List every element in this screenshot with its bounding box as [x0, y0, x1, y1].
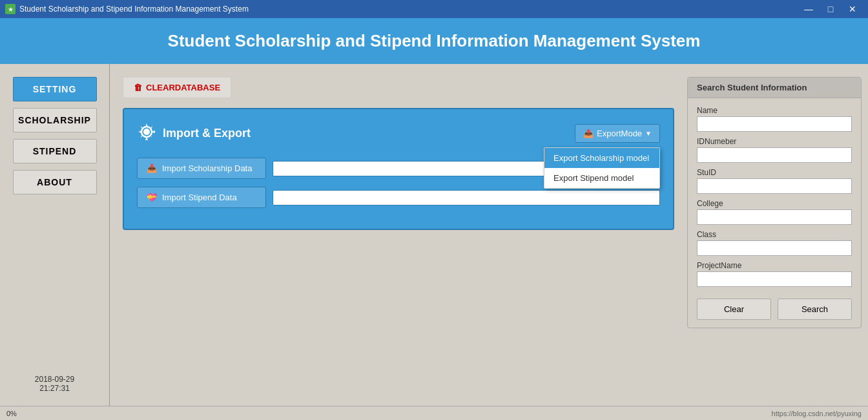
window-controls: — □ ✕: [798, 3, 863, 16]
sidebar-datetime: 2018-09-29 21:27:31: [35, 375, 74, 393]
import-stipend-progress: [273, 190, 660, 205]
export-mode-button[interactable]: 📤 ExportMode: [575, 124, 660, 143]
stuid-field-group: StuID: [697, 168, 852, 194]
main-area: SETTING SCHOLARSHIP STIPEND ABOUT 2018-0…: [0, 64, 868, 406]
idnumber-field-group: IDNumeber: [697, 137, 852, 163]
import-export-title: Import & Export: [137, 122, 251, 145]
college-field-group: College: [697, 199, 852, 225]
import-stipend-icon: 💝: [147, 193, 157, 202]
app-title: Student Scholarship and Stipend Informat…: [168, 31, 701, 50]
sidebar-item-stipend[interactable]: STIPEND: [13, 139, 97, 163]
import-export-label: Import & Export: [163, 127, 251, 140]
stuid-input[interactable]: [697, 178, 852, 194]
settings-icon: [137, 122, 156, 145]
maximize-button[interactable]: □: [820, 3, 841, 16]
import-export-box: Import & Export 📤 ExportMode Export Scho…: [123, 108, 674, 230]
class-label: Class: [697, 230, 852, 239]
projectname-input[interactable]: [697, 271, 852, 287]
projectname-field-group: ProjectName: [697, 261, 852, 287]
import-stipend-label: Import Stipend Data: [162, 193, 237, 202]
search-buttons-group: Clear Search: [697, 299, 852, 320]
search-panel: Search Student Information Name IDNumebe…: [687, 77, 862, 328]
search-panel-body: Name IDNumeber StuID College Class: [688, 98, 861, 328]
date-display: 2018-09-29: [35, 375, 74, 384]
search-panel-title: Search Student Information: [697, 83, 807, 92]
name-label: Name: [697, 106, 852, 115]
import-export-header: Import & Export 📤 ExportMode Export Scho…: [137, 122, 660, 145]
search-panel-header: Search Student Information: [688, 78, 861, 98]
progress-label: 0%: [6, 410, 17, 417]
projectname-label: ProjectName: [697, 261, 852, 270]
clear-button[interactable]: Clear: [697, 299, 771, 320]
import-scholarship-label: Import Scholarship Data: [162, 163, 252, 173]
app-icon: ★: [5, 4, 16, 14]
clear-db-label: CLEARDATABASE: [146, 83, 220, 92]
svg-point-2: [144, 129, 149, 134]
title-bar: ★ Student Scholarship and Stipend Inform…: [0, 0, 868, 18]
college-input[interactable]: [697, 209, 852, 225]
export-stipend-item[interactable]: Export Stipend model: [544, 168, 659, 188]
college-label: College: [697, 199, 852, 208]
class-field-group: Class: [697, 230, 852, 256]
class-input[interactable]: [697, 240, 852, 256]
stuid-label: StuID: [697, 168, 852, 177]
import-stipend-button[interactable]: 💝 Import Stipend Data: [137, 187, 266, 208]
export-icon: 📤: [583, 129, 594, 138]
sidebar-item-setting[interactable]: SETTING: [13, 77, 97, 101]
export-mode-label: ExportMode: [597, 129, 642, 138]
import-scholarship-icon: 📥: [147, 163, 157, 173]
sidebar-item-about[interactable]: ABOUT: [13, 170, 97, 194]
clear-database-button[interactable]: 🗑 CLEARDATABASE: [123, 77, 231, 98]
status-bar: 0% https://blog.csdn.net/pyuxing: [0, 406, 868, 420]
app-header: Student Scholarship and Stipend Informat…: [0, 18, 868, 64]
idnumber-input[interactable]: [697, 147, 852, 163]
content-area: 🗑 CLEARDATABASE Import & Export: [110, 64, 687, 406]
search-button[interactable]: Search: [778, 299, 852, 320]
name-field-group: Name: [697, 106, 852, 132]
idnumber-label: IDNumeber: [697, 137, 852, 146]
trash-icon: 🗑: [134, 83, 142, 92]
export-mode-wrapper: 📤 ExportMode Export Scholarship model Ex…: [575, 124, 660, 143]
sidebar-item-scholarship[interactable]: SCHOLARSHIP: [13, 108, 97, 132]
right-panel-wrapper: Search Student Information Name IDNumebe…: [687, 64, 868, 406]
export-scholarship-item[interactable]: Export Scholarship model: [544, 148, 659, 168]
import-scholarship-button[interactable]: 📥 Import Scholarship Data: [137, 158, 266, 179]
import-stipend-row: 💝 Import Stipend Data: [137, 187, 660, 208]
minimize-button[interactable]: —: [798, 3, 819, 16]
export-dropdown-menu: Export Scholarship model Export Stipend …: [544, 147, 660, 189]
sidebar: SETTING SCHOLARSHIP STIPEND ABOUT 2018-0…: [0, 64, 110, 406]
status-url: https://blog.csdn.net/pyuxing: [772, 410, 862, 417]
name-input[interactable]: [697, 116, 852, 132]
close-button[interactable]: ✕: [842, 3, 863, 16]
window-title: Student Scholarship and Stipend Informat…: [19, 5, 249, 14]
time-display: 21:27:31: [35, 384, 74, 393]
